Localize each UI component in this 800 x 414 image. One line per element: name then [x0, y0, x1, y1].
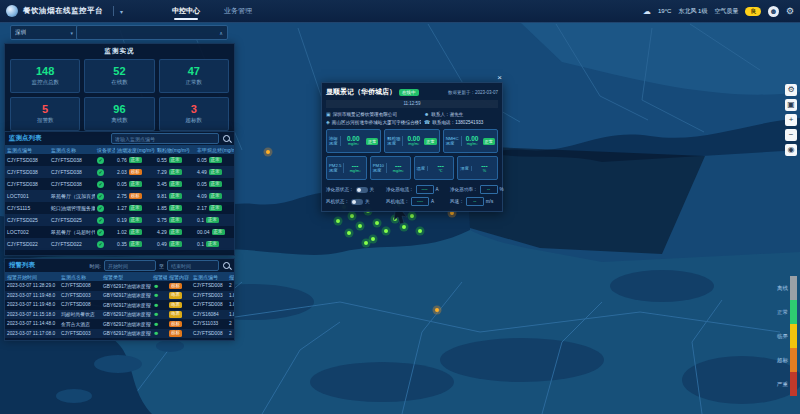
gauge-unit: mg/m³ [393, 169, 404, 174]
dust-status-badge: 正常 [169, 205, 182, 212]
stat-card: 148 监控点总数 [10, 59, 80, 93]
alarm-type: GBY62917油烟浓度报警 [101, 329, 151, 339]
aqi-label: 空气质量 [714, 7, 738, 16]
alarm-row[interactable]: 2023-03-07 11:15:18.0 玛超时尚餐饮店 GBY62917油烟… [5, 310, 234, 320]
monitor-table-clip: 监测点编号监测点名称设备状态油烟浓度(mg/m³)颗粒物(mg/m³)非甲烷总烃… [5, 145, 234, 250]
alarm-value: 1.8 [227, 310, 234, 320]
zoom-in-icon[interactable]: + [785, 114, 797, 126]
smoke-status-badge: 正常 [129, 157, 142, 164]
alarm-value: 2 [227, 281, 234, 291]
monitor-row[interactable]: LOCT001 翠苑餐厅（汉加百货店） ✓ 2.75超标 9.81正常 4.09… [5, 190, 234, 202]
legend-swatch [790, 348, 797, 372]
smoke-value: 0.05 [117, 181, 127, 187]
chevron-down-icon[interactable]: ▾ [120, 8, 123, 15]
wind-speed-label: 风速： [450, 199, 464, 204]
alarm-row[interactable]: 2023-03-07 11:17:08.0 CJYFTSD003 GBY6291… [5, 329, 234, 339]
city-select[interactable]: 深圳 ▾ [10, 25, 78, 40]
alarm-value: 2 [227, 319, 234, 329]
monitor-search-input[interactable] [111, 133, 219, 144]
search-icon[interactable] [223, 262, 230, 269]
monitor-list-title: 监测点列表 [9, 134, 42, 143]
app-logo [6, 5, 18, 17]
alarm-time: 2023-03-07 11:19:48.0 [5, 300, 59, 310]
main-tabs: 中控中心 业务管理 [172, 0, 252, 22]
search-icon[interactable] [223, 135, 230, 142]
header-right: ☁ 19°C 东北风 1级 空气质量 良 ☻ ⚙ [643, 6, 800, 17]
alarm-row[interactable]: 2023-03-07 11:19:48.0 CJYFTSD003 GBY6291… [5, 291, 234, 301]
gauge-value: 0.00 [466, 135, 479, 142]
nmhc-status-badge: 正常 [209, 169, 222, 176]
alarm-point-code: CJYFTSD008 [191, 300, 227, 310]
legend-item: 正常 [774, 300, 797, 324]
gauge-unit: mg/m³ [350, 169, 361, 174]
alarm-row[interactable]: 2023-03-07 11:14:48.0 金百合大酒店 GBY62917油烟浓… [5, 319, 234, 329]
smoke-status-badge: 正常 [129, 205, 142, 212]
smoke-value: 0.76 [117, 157, 127, 163]
alarm-column-header: 报警确认人 [151, 272, 167, 281]
monitor-row[interactable]: CJYS1115 蛇口油烟管理服务康乐中心 ✓ 1.27正常 1.85正常 2.… [5, 202, 234, 214]
monitor-row[interactable]: CJYFTSD038 CJYFTSD038 ✓ 0.05正常 3.45正常 0.… [5, 178, 234, 190]
alarm-start-time-input[interactable] [104, 260, 156, 271]
legend-swatch [790, 372, 797, 396]
alarm-point-name: CJYFTSD003 [59, 291, 101, 301]
dust-value: 1.85 [157, 205, 167, 211]
gauge-value: --- [437, 162, 444, 169]
alarm-row[interactable]: 2023-03-07 11:28:29.0 CJYFTSD008 GBY6291… [5, 281, 234, 291]
device-controls: 净化器状态：关 净化器电流：----A 净化器功率：--% 风机状态：关 风机电… [326, 185, 498, 206]
monitor-row[interactable]: LOCT002 翠苑餐厅（马超时代广场店） ✓ 1.02正常 4.29正常 00… [5, 226, 234, 238]
legend-swatch [790, 276, 797, 300]
monitor-code: CJYFTSD022 [5, 238, 49, 250]
map-frame-icon[interactable]: ▣ [785, 99, 797, 111]
monitor-row[interactable]: CJYFTSD038 CJYFTSD038 ✓ 0.76正常 0.55正常 0.… [5, 154, 234, 166]
alarm-column-header: 报警开始时间 [5, 272, 59, 281]
fan-toggle[interactable] [351, 199, 363, 205]
map-settings-icon[interactable]: ⚙ [785, 84, 797, 96]
popup-info: ▣深圳市顺景记餐饮管理有限公司 ☻联系人：谢先生 ◈南山区沙河街道华侨城站大厦写… [326, 111, 498, 125]
confirm-person-icon[interactable]: ☻ [153, 321, 159, 327]
smoke-status-badge: 正常 [129, 181, 142, 188]
confirm-person-icon[interactable]: ☻ [153, 302, 159, 308]
gauge-value: 0.00 [407, 135, 420, 142]
close-icon[interactable]: × [497, 74, 502, 82]
locate-icon[interactable]: ◉ [785, 144, 797, 156]
app-title: 餐饮油烟在线监控平台 [23, 6, 103, 16]
confirm-person-icon[interactable]: ☻ [153, 330, 159, 336]
address-text: 南山区沙河街道华侨城站大厦写字楼综合楼9、10 [332, 120, 421, 125]
tab-control-center[interactable]: 中控中心 [172, 0, 200, 22]
gauge-status-badge: 正常 [366, 138, 378, 145]
alarm-type: GBY62917油烟浓度报警 [101, 281, 151, 291]
stat-value: 148 [36, 66, 54, 77]
monitor-name: CJYFTSD038 [49, 154, 95, 166]
alarm-end-time-input[interactable] [167, 260, 219, 271]
monitor-row[interactable]: CJYFTSD022 CJYFTSD022 ✓ 0.35正常 0.49正常 0.… [5, 238, 234, 250]
region-select[interactable]: ∧ [76, 25, 228, 40]
gauge-card: 湿度 ---% [457, 156, 498, 180]
monitor-row[interactable]: CJYFTSD025 CJYFTSD025 ✓ 0.19正常 3.75正常 0.… [5, 214, 234, 226]
monitor-panel-head: 监测点列表 [5, 132, 234, 145]
monitor-code: CJYFTSD038 [5, 154, 49, 166]
confirm-person-icon[interactable]: ☻ [153, 292, 159, 298]
person-icon: ☻ [424, 111, 429, 117]
purifier-current-label: 净化器电流： [386, 187, 414, 192]
zoom-out-icon[interactable]: − [785, 129, 797, 141]
user-avatar-icon[interactable]: ☻ [768, 6, 779, 17]
stat-value: 52 [113, 66, 125, 77]
monitor-row[interactable]: CJYFTSD038 CJYFTSD038 ✓ 2.03超标 7.29正常 4.… [5, 166, 234, 178]
purifier-toggle[interactable] [356, 187, 368, 193]
device-online-icon: ✓ [97, 169, 104, 176]
tab-business-management[interactable]: 业务管理 [224, 0, 252, 22]
dust-status-badge: 正常 [169, 157, 182, 164]
monitor-column-header: 监测点名称 [49, 145, 95, 154]
smoke-value: 2.03 [117, 169, 127, 175]
gauge-unit: mg/m³ [467, 142, 478, 147]
gauge-unit: mg/m³ [408, 142, 419, 147]
aqi-badge: 良 [745, 7, 761, 16]
purifier-state-value: 关 [370, 187, 375, 192]
confirm-person-icon[interactable]: ☻ [153, 311, 159, 317]
confirm-person-icon[interactable]: ☻ [153, 283, 159, 289]
gauge-card: 油烟浓度 0.00mg/m³ 正常 [326, 129, 381, 153]
contact-person: 联系人：谢先生 [431, 112, 463, 117]
gear-icon[interactable]: ⚙ [786, 6, 794, 16]
legend-label: 正常 [774, 309, 788, 316]
alarm-row[interactable]: 2023-03-07 11:19:48.0 CJYFTSD008 GBY6291… [5, 300, 234, 310]
